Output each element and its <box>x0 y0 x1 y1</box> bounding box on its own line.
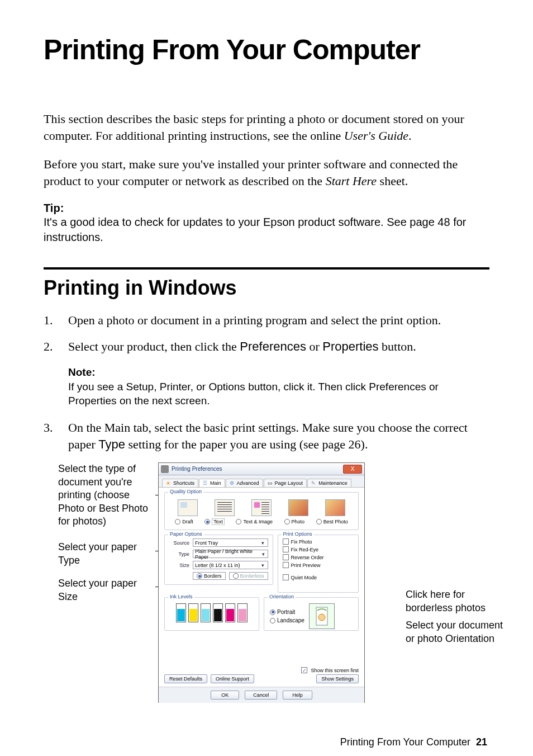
orientation-group: Orientation Portrait Landscape <box>264 597 359 631</box>
radio-label: Photo <box>292 519 305 525</box>
quality-thumb-textimage <box>251 499 272 516</box>
text: on the next screen. <box>117 395 210 407</box>
check-quiet-mode[interactable]: Quiet Mode <box>283 574 354 580</box>
callout-type: Select your paper Type <box>58 541 159 567</box>
check-reverse-order[interactable]: Reverse Order <box>283 554 354 560</box>
source-dropdown[interactable]: Front Tray▾ <box>193 538 268 547</box>
show-settings-button[interactable]: Show Settings <box>316 674 359 683</box>
printing-preferences-dialog: Printing Preferences X ★Shortcuts ☰Main … <box>158 462 365 703</box>
radio-photo[interactable]: Photo <box>284 519 305 525</box>
field-label: Type <box>169 551 189 557</box>
text: . <box>408 129 412 143</box>
text-sans: Type <box>58 555 80 566</box>
radio-portrait[interactable]: Portrait <box>270 609 304 615</box>
bottom-right-row: Show this screen first <box>301 667 359 673</box>
check-fix-photo[interactable]: Fix Photo <box>283 538 354 545</box>
titlebar[interactable]: Printing Preferences X <box>159 463 364 475</box>
online-support-button[interactable]: Online Support <box>211 674 254 683</box>
text: sheet. <box>377 174 408 188</box>
radio-label: Best Photo <box>323 519 348 525</box>
callout-size: Select your paper Size <box>58 577 159 603</box>
radio-text[interactable]: Text <box>204 518 225 525</box>
section-heading: Printing in Windows <box>44 276 489 300</box>
gear-icon: ⚙ <box>230 480 235 486</box>
checkbox-icon[interactable] <box>301 667 307 673</box>
ink-cyan <box>176 603 186 622</box>
radio-label: Borders <box>204 573 222 579</box>
check-label: Fix Red-Eye <box>291 547 319 552</box>
page-footer: Printing From Your Computer 21 <box>44 736 489 748</box>
tab-shortcuts[interactable]: ★Shortcuts <box>162 479 198 487</box>
ink-levels-group: Ink Levels <box>164 597 259 631</box>
type-dropdown[interactable]: Plain Paper / Bright White Paper▾ <box>193 550 268 558</box>
radio-text-image[interactable]: Text & Image <box>236 519 273 525</box>
check-label: Print Preview <box>291 563 321 568</box>
chevron-down-icon: ▾ <box>260 563 266 568</box>
radio-icon <box>270 609 275 615</box>
text: Options <box>208 381 245 393</box>
dropdown-value: Plain Paper / Bright White Paper <box>195 549 260 560</box>
quality-thumbs <box>169 499 354 516</box>
callout-orientation: Select your document or photo Orientatio… <box>406 619 503 645</box>
text: button, click it. Then click <box>245 381 369 393</box>
check-print-preview[interactable]: Print Preview <box>283 562 354 568</box>
tab-maintenance[interactable]: ✎Maintenance <box>307 479 351 487</box>
quality-thumb-text <box>215 499 235 516</box>
radio-landscape[interactable]: Landscape <box>270 617 304 623</box>
radio-label: Portrait <box>277 609 295 615</box>
page-icon: ▭ <box>268 480 273 486</box>
radio-borders[interactable]: Borders <box>193 572 226 580</box>
main-pane: Quality Option Draft Text Text & Image P… <box>159 488 364 687</box>
text: or <box>306 339 322 353</box>
ok-button[interactable]: OK <box>211 691 239 700</box>
intro-paragraph-2: Before you start, make sure you've insta… <box>44 156 489 189</box>
check-fix-red-eye[interactable]: Fix Red-Eye <box>283 546 354 552</box>
text: Properties <box>68 395 117 407</box>
tip-body: It's a good idea to check for updates to… <box>44 215 489 245</box>
close-button[interactable]: X <box>343 465 362 474</box>
text-italic: User's Guide <box>344 129 408 143</box>
radio-label: Borderless <box>240 573 264 579</box>
field-label: Size <box>169 563 189 568</box>
step-text: Select your product, then click the Pref… <box>68 338 489 355</box>
pencil-icon: ✎ <box>311 480 317 486</box>
star-icon: ★ <box>166 480 172 486</box>
checkbox-icon <box>283 546 289 552</box>
radio-label: Landscape <box>277 617 304 623</box>
text: Select your product, then click the <box>68 339 240 353</box>
ink-black <box>213 603 223 622</box>
size-dropdown[interactable]: Letter (8 1/2 x 11 in)▾ <box>193 561 268 569</box>
tab-main[interactable]: ☰Main <box>199 479 225 487</box>
tab-label: Advanced <box>237 480 259 486</box>
radio-label: Draft <box>182 519 193 525</box>
help-button[interactable]: Help <box>283 691 312 700</box>
text: Select your paper <box>58 541 137 552</box>
step-text: On the Main tab, select the basic print … <box>68 419 489 452</box>
ink-light-magenta <box>237 603 248 622</box>
radio-icon <box>197 573 202 579</box>
radio-icon <box>175 519 180 525</box>
checkbox-icon <box>283 574 289 580</box>
tab-advanced[interactable]: ⚙Advanced <box>226 479 263 487</box>
checkbox-icon <box>283 554 289 560</box>
text: or <box>426 381 439 393</box>
step-text: Open a photo or document in a printing p… <box>68 312 489 329</box>
dropdown-value: Front Tray <box>195 540 218 546</box>
radio-borderless[interactable]: Borderless <box>229 572 268 580</box>
tab-label: Page Layout <box>275 480 303 486</box>
field-label: Source <box>169 540 189 546</box>
orientation-preview <box>309 603 335 629</box>
text: for photos) <box>58 516 106 527</box>
text-sans: Best Photo <box>99 503 148 514</box>
radio-icon <box>233 573 239 579</box>
radio-draft[interactable]: Draft <box>175 519 193 525</box>
reset-defaults-button[interactable]: Reset Defaults <box>164 674 207 683</box>
group-label: Print Options <box>282 531 314 537</box>
page-title: Printing From Your Computer <box>44 34 489 66</box>
tip-label: Tip: <box>44 202 489 215</box>
dialog-footer: OK Cancel Help <box>159 687 364 703</box>
tab-label: Main <box>210 480 221 486</box>
radio-best-photo[interactable]: Best Photo <box>316 519 348 525</box>
tab-page-layout[interactable]: ▭Page Layout <box>264 479 307 487</box>
cancel-button[interactable]: Cancel <box>245 691 277 700</box>
